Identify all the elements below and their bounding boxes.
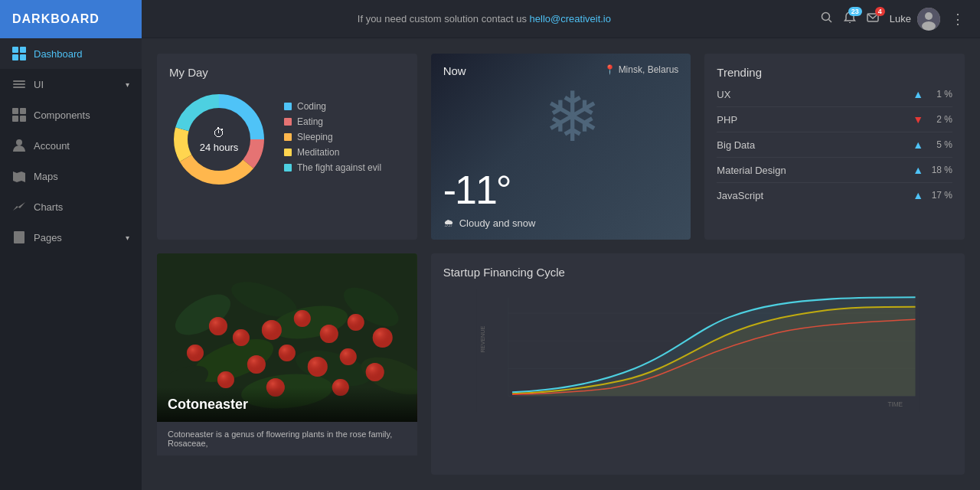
- meditation-dot: [284, 149, 292, 156]
- clock-icon: ⏱: [200, 126, 239, 140]
- trending-list: UX ▲ 1 % PHP ▼ 2 % Big Data ▲ 5 % Materi…: [717, 82, 952, 207]
- sleeping-dot: [284, 133, 292, 141]
- legend-item-sleeping: Sleeping: [284, 132, 381, 142]
- plant-image: Cotoneaster: [157, 253, 417, 422]
- trend-item-php: PHP ▼ 2 %: [717, 107, 952, 132]
- sidebar-item-ui[interactable]: UI ▾: [0, 69, 142, 100]
- legend: Coding Eating Sleeping Meditation: [284, 101, 381, 178]
- messages-button[interactable]: 4: [867, 11, 879, 27]
- up-arrow-icon: ▲: [913, 88, 923, 100]
- search-button[interactable]: [821, 11, 833, 27]
- weather-location: 📍 Minsk, Belarus: [604, 64, 679, 75]
- svg-rect-10: [20, 116, 26, 122]
- user-info: Luke: [890, 8, 940, 31]
- svg-point-44: [262, 320, 282, 340]
- svg-text:TIME: TIME: [887, 400, 903, 407]
- trend-item-bigdata: Big Data ▲ 5 %: [717, 132, 952, 158]
- sidebar-label-dashboard: Dashboard: [34, 48, 83, 60]
- trending-card: Trending UX ▲ 1 % PHP ▼ 2 % Big Data ▲ 5…: [704, 54, 965, 240]
- trend-pct-js: 17 %: [928, 190, 952, 201]
- sidebar-label-charts: Charts: [34, 201, 63, 213]
- trend-pct-ux: 1 %: [928, 89, 952, 100]
- trend-item-js: JavaScript ▲ 17 %: [717, 183, 952, 207]
- weather-card: ❄ Now 📍 Minsk, Belarus -11° 🌨 Cloudy and…: [431, 54, 691, 240]
- svg-rect-3: [20, 54, 26, 60]
- topbar: If you need custom solution contact us h…: [142, 0, 980, 38]
- chart-area: REVENUE TIME: [443, 289, 952, 412]
- trend-name-php: PHP: [717, 114, 913, 126]
- topbar-email-link[interactable]: hello@creativeit.io: [530, 13, 611, 24]
- coding-label: Coding: [297, 101, 326, 112]
- donut-chart: ⏱ 24 hours: [169, 90, 269, 189]
- sidebar-label-components: Components: [34, 109, 90, 121]
- trend-name-ux: UX: [717, 89, 913, 100]
- sidebar-item-components[interactable]: Components: [0, 100, 142, 130]
- sidebar: DARKBOARD Dashboard UI ▾ Components Acco…: [0, 0, 142, 490]
- svg-point-62: [340, 348, 357, 364]
- svg-point-40: [209, 317, 227, 335]
- svg-point-48: [320, 325, 338, 343]
- svg-point-60: [308, 356, 328, 376]
- map-icon: [12, 169, 26, 183]
- sidebar-item-dashboard[interactable]: Dashboard: [0, 38, 142, 69]
- trend-pct-material: 18 %: [928, 165, 952, 175]
- sidebar-item-charts[interactable]: Charts: [0, 191, 142, 222]
- svg-point-64: [366, 362, 384, 381]
- sidebar-label-pages: Pages: [34, 232, 62, 243]
- topbar-icons: 23 4 Luke ⋮: [821, 8, 965, 31]
- chevron-down-icon: ▾: [126, 80, 129, 89]
- app-title: DARKBOARD: [12, 12, 100, 26]
- plant-overlay: Cotoneaster: [157, 387, 417, 422]
- svg-rect-7: [12, 108, 18, 114]
- svg-point-22: [922, 21, 936, 31]
- legend-item-coding: Coding: [284, 101, 381, 112]
- legend-item-fight: The fight against evil: [284, 162, 381, 173]
- trend-name-bigdata: Big Data: [717, 139, 913, 151]
- svg-text:REVENUE: REVENUE: [479, 325, 486, 352]
- eating-label: Eating: [297, 116, 323, 127]
- main-content: If you need custom solution contact us h…: [142, 0, 980, 490]
- notifications-button[interactable]: 23: [844, 11, 856, 27]
- my-day-inner: ⏱ 24 hours Coding Eating Slee: [169, 90, 405, 189]
- grid-icon: [12, 47, 26, 60]
- weather-temperature: -11°: [443, 167, 679, 213]
- up-arrow-icon-2: ▲: [913, 139, 923, 151]
- plant-card: Cotoneaster Cotoneaster is a genus of fl…: [157, 253, 417, 475]
- up-arrow-icon-4: ▲: [913, 189, 923, 201]
- plant-description: Cotoneaster is a genus of flowering plan…: [157, 422, 417, 456]
- trending-title: Trending: [717, 66, 952, 79]
- donut-label: ⏱ 24 hours: [200, 126, 239, 153]
- widgets-icon: [12, 108, 26, 122]
- sidebar-item-pages[interactable]: Pages ▾: [0, 222, 142, 253]
- user-name: Luke: [890, 13, 911, 24]
- legend-item-eating: Eating: [284, 116, 381, 127]
- cloud-icon: 🌨: [443, 217, 453, 229]
- chevron-down-icon-pages: ▾: [126, 234, 129, 242]
- legend-item-meditation: Meditation: [284, 147, 381, 158]
- my-day-card: My Day: [157, 54, 417, 240]
- topbar-text: If you need custom solution contact us: [358, 13, 527, 24]
- svg-point-54: [187, 344, 204, 361]
- menu-button[interactable]: ⋮: [951, 11, 965, 28]
- svg-rect-9: [12, 116, 18, 122]
- financing-card: Startup Financing Cycle REVENUE TIME: [431, 253, 965, 475]
- weather-description: 🌨 Cloudy and snow: [443, 217, 679, 229]
- svg-point-50: [348, 314, 364, 331]
- fight-dot: [284, 164, 292, 172]
- trend-name-material: Material Design: [717, 165, 913, 176]
- svg-point-11: [16, 139, 22, 145]
- svg-rect-4: [13, 80, 25, 82]
- notifications-badge: 23: [848, 7, 862, 16]
- content-grid: My Day: [142, 38, 980, 490]
- trend-item-ux: UX ▲ 1 %: [717, 82, 952, 107]
- snowflake-decoration: ❄: [544, 77, 601, 157]
- trend-name-js: JavaScript: [717, 190, 913, 201]
- svg-rect-2: [12, 54, 18, 60]
- coding-dot: [284, 103, 292, 110]
- financing-title: Startup Financing Cycle: [443, 266, 952, 279]
- svg-point-46: [294, 310, 311, 327]
- sidebar-item-maps[interactable]: Maps: [0, 161, 142, 191]
- sidebar-item-account[interactable]: Account: [0, 130, 142, 161]
- weather-top: Now 📍 Minsk, Belarus: [443, 64, 679, 77]
- chart-icon: [12, 200, 26, 214]
